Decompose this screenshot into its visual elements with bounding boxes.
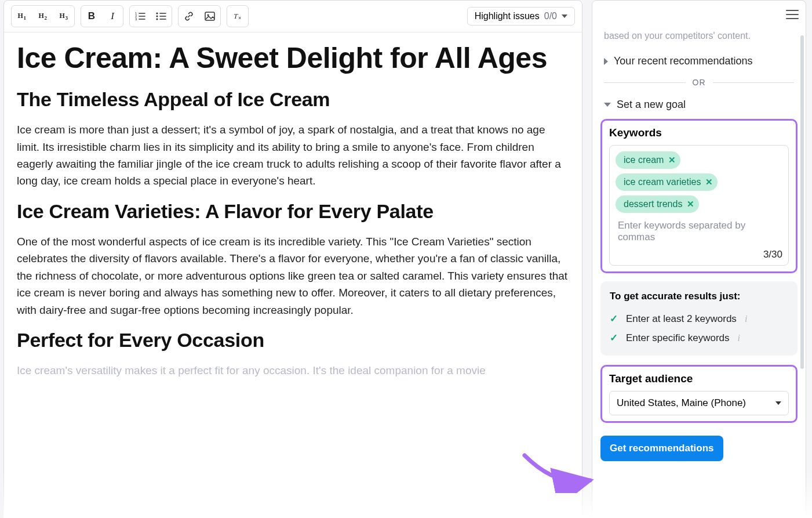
unordered-list-button[interactable] — [152, 7, 170, 26]
chevron-right-icon — [604, 58, 608, 65]
article-p3[interactable]: Ice cream's versatility makes it a perfe… — [17, 362, 569, 379]
keyword-tag: ice cream varieties✕ — [616, 173, 718, 191]
unordered-list-icon — [156, 12, 166, 21]
scrollbar[interactable] — [799, 35, 804, 512]
svg-text:3: 3 — [135, 17, 137, 21]
highlight-count: 0/0 — [544, 11, 557, 21]
ordered-list-icon: 123 — [135, 12, 145, 21]
highlight-issues-dropdown[interactable]: Highlight issues 0/0 — [467, 7, 575, 26]
editor-panel: H1 H2 H3 B I 123 — [3, 0, 582, 518]
keyword-tag-label: dessert trends — [624, 199, 682, 209]
keywords-box: Keywords ice cream✕ ice cream varieties✕… — [600, 119, 798, 273]
scroll-thumb[interactable] — [800, 35, 804, 369]
keywords-placeholder: Enter keywords separated by commas — [616, 213, 782, 245]
clear-formatting-icon: T× — [232, 12, 243, 21]
tips-box: To get accurate results just: ✓ Enter at… — [600, 281, 798, 356]
menu-icon[interactable] — [786, 10, 799, 19]
article-title[interactable]: Ice Cream: A Sweet Delight for All Ages — [17, 42, 569, 74]
target-audience-select[interactable]: United States, Maine (Phone) — [609, 391, 789, 415]
tips-title: To get accurate results just: — [610, 291, 788, 302]
check-icon: ✓ — [610, 332, 620, 344]
set-new-goal-label: Set a new goal — [617, 99, 686, 111]
keywords-title: Keywords — [609, 126, 789, 139]
or-label: OR — [693, 78, 706, 87]
svg-point-9 — [156, 12, 158, 14]
article-p2[interactable]: One of the most wonderful aspects of ice… — [17, 233, 569, 318]
insert-group — [178, 5, 221, 27]
clear-format-button[interactable]: T× — [228, 7, 247, 26]
toolbar: H1 H2 H3 B I 123 — [4, 1, 582, 32]
link-button[interactable] — [180, 7, 198, 26]
recent-recommendations-row[interactable]: Your recent recommendations — [600, 49, 798, 73]
tip-row: ✓ Enter at least 2 keywords i — [610, 309, 788, 328]
chevron-down-icon — [562, 15, 567, 18]
h3-button[interactable]: H3 — [54, 7, 73, 26]
link-icon — [184, 11, 194, 21]
h2-button[interactable]: H2 — [34, 7, 52, 26]
keyword-tag: ice cream✕ — [616, 151, 680, 169]
article-p1[interactable]: Ice cream is more than just a dessert; i… — [17, 121, 569, 190]
info-icon[interactable]: i — [738, 333, 740, 343]
italic-button[interactable]: I — [103, 7, 122, 26]
svg-text:×: × — [238, 15, 241, 21]
h1-button[interactable]: H1 — [13, 7, 31, 26]
sidebar-header — [592, 1, 806, 28]
keyword-tag-label: ice cream varieties — [624, 177, 701, 187]
svg-rect-12 — [205, 12, 214, 20]
bold-button[interactable]: B — [82, 7, 101, 26]
chevron-down-icon — [775, 401, 781, 405]
remove-tag-icon[interactable]: ✕ — [668, 155, 676, 165]
sidebar-body: based on your competitors' content. Your… — [592, 28, 806, 517]
faded-hint: based on your competitors' content. — [600, 28, 798, 49]
list-group: 123 — [129, 5, 172, 27]
keyword-tag: dessert trends✕ — [616, 195, 699, 213]
target-audience-title: Target audience — [609, 372, 789, 385]
highlight-label: Highlight issues — [475, 11, 540, 21]
heading-group: H1 H2 H3 — [11, 5, 75, 27]
article-h2-1[interactable]: The Timeless Appeal of Ice Cream — [17, 88, 569, 111]
chevron-down-icon — [604, 103, 611, 107]
keywords-input-area[interactable]: ice cream✕ ice cream varieties✕ dessert … — [609, 145, 789, 266]
keyword-tags: ice cream✕ ice cream varieties✕ dessert … — [616, 151, 782, 213]
style-group: B I — [81, 5, 123, 27]
article-h2-2[interactable]: Ice Cream Varieties: A Flavor for Every … — [17, 200, 569, 223]
check-icon: ✓ — [610, 313, 620, 325]
svg-text:T: T — [234, 12, 238, 20]
editor-body[interactable]: Ice Cream: A Sweet Delight for All Ages … — [4, 32, 582, 387]
recommendations-sidebar: based on your competitors' content. Your… — [592, 0, 806, 518]
image-icon — [205, 12, 215, 21]
svg-point-10 — [156, 15, 158, 17]
remove-tag-icon[interactable]: ✕ — [705, 177, 713, 187]
remove-tag-icon[interactable]: ✕ — [687, 199, 694, 209]
info-icon[interactable]: i — [745, 314, 747, 324]
svg-point-11 — [156, 18, 158, 20]
target-audience-box: Target audience United States, Maine (Ph… — [600, 365, 798, 423]
tip-text: Enter specific keywords — [626, 332, 730, 344]
image-button[interactable] — [201, 7, 219, 26]
get-recommendations-button[interactable]: Get recommendations — [600, 436, 723, 461]
article-h2-3[interactable]: Perfect for Every Occasion — [17, 329, 569, 352]
recent-recommendations-label: Your recent recommendations — [614, 55, 752, 67]
set-new-goal-row[interactable]: Set a new goal — [600, 93, 798, 117]
keywords-counter: 3/30 — [616, 245, 782, 260]
or-separator: OR — [604, 78, 794, 87]
ordered-list-button[interactable]: 123 — [131, 7, 150, 26]
tip-text: Enter at least 2 keywords — [626, 313, 737, 325]
target-audience-value: United States, Maine (Phone) — [617, 397, 746, 409]
clear-group: T× — [227, 5, 249, 27]
keyword-tag-label: ice cream — [624, 155, 664, 165]
tip-row: ✓ Enter specific keywords i — [610, 328, 788, 347]
